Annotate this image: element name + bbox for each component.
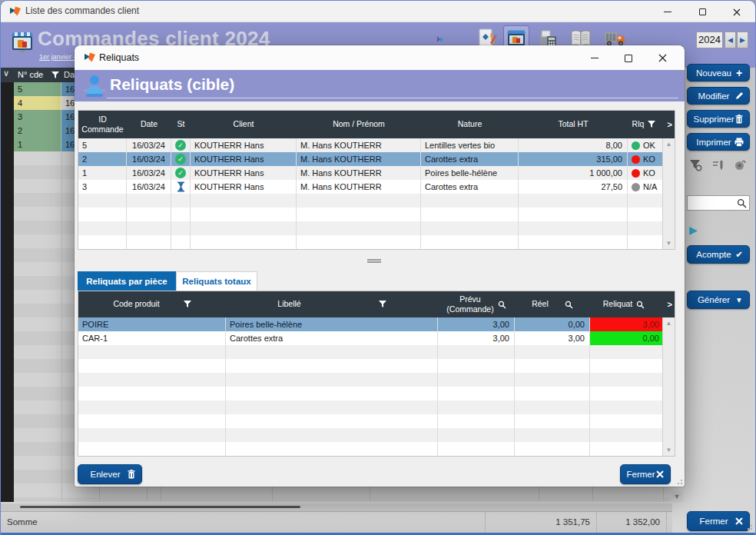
col-total-ht[interactable]: Total HT — [519, 119, 628, 129]
window-resize-grip[interactable] — [745, 523, 752, 530]
dialog-header-title: Reliquats (cible) — [110, 75, 234, 94]
dialog-title: Reliquats — [99, 52, 139, 63]
search-icon[interactable] — [565, 301, 573, 309]
col-reliquat[interactable]: Reliquat — [590, 299, 658, 309]
chevron-right-icon[interactable]: > — [668, 120, 672, 129]
cell-rlq: KO — [643, 155, 655, 164]
tab-reliquats-par-piece[interactable]: Reliquats par pièce — [78, 271, 176, 291]
filter-icon[interactable] — [184, 301, 191, 308]
col-code-produit[interactable]: Code produit — [78, 299, 226, 309]
col-prevu[interactable]: Prévu (Commande) — [438, 294, 515, 314]
tab-reliquats-totaux[interactable]: Reliquats totaux — [176, 271, 257, 291]
page-subtitle: 1er janvier - — [39, 53, 76, 61]
plus-icon: + — [734, 67, 744, 79]
trash-icon — [127, 470, 136, 479]
modifier-button[interactable]: Modifier — [687, 87, 750, 105]
acompte-button[interactable]: Acompte ✔ — [687, 245, 750, 264]
imprimer-button[interactable]: Imprimer — [687, 133, 750, 151]
detail-row[interactable]: CAR-1 Carottes extra 3,00 3,00 0,00 — [78, 331, 675, 345]
nouveau-button[interactable]: Nouveau + — [687, 64, 750, 81]
scroll-down-button[interactable]: ▼ — [671, 491, 683, 502]
year-next-button[interactable]: ▶ — [737, 32, 748, 48]
edit-list-icon[interactable] — [710, 157, 727, 174]
decorative-diamond-icon — [435, 35, 445, 45]
column-header-date[interactable]: Da — [64, 70, 75, 79]
dialog-resize-grip[interactable] — [675, 477, 682, 484]
cell-id: 2 — [78, 152, 127, 166]
horizontal-scrollbar-thumb[interactable] — [20, 506, 300, 508]
fermer-dialog-button[interactable]: Fermer — [620, 464, 671, 484]
search-icon[interactable] — [636, 301, 645, 309]
scroll-up-icon[interactable]: ▲ — [663, 320, 675, 327]
minimize-button[interactable] — [658, 5, 677, 18]
fermer-label: Fermer — [693, 517, 734, 526]
dialog-titlebar: Reliquats — [75, 45, 685, 70]
sum-label: Somme — [7, 517, 38, 527]
cell-date: 16/03/24 — [127, 166, 171, 180]
cell-id: 5 — [78, 138, 127, 152]
col-st[interactable]: St — [171, 119, 191, 129]
scroll-down-icon[interactable]: ▼ — [663, 240, 675, 247]
cell-code: POIRE — [78, 317, 226, 331]
col-id-commande[interactable]: ID Commande — [78, 115, 127, 135]
dialog-close-button[interactable] — [652, 52, 672, 65]
col-date[interactable]: Date — [127, 119, 171, 129]
order-row[interactable]: 1 16/03/24 ✓ KOUTHERR Hans M. Hans KOUTH… — [78, 166, 675, 180]
pencil-icon — [734, 91, 744, 100]
orders-table-scrollbar[interactable]: ▲ ▼ — [662, 138, 675, 249]
cell-code: CAR-1 — [78, 331, 226, 345]
shop-banner-icon — [10, 30, 35, 55]
cell-rlq: KO — [643, 168, 655, 178]
chevron-down-icon[interactable]: ∨ — [3, 68, 9, 78]
order-number: 2 — [14, 124, 61, 138]
col-rlq-label: Rlq — [632, 119, 645, 129]
alarm-bell-icon[interactable] — [731, 157, 748, 174]
col-client[interactable]: Client — [191, 119, 297, 129]
generer-button[interactable]: Générer ▾ — [687, 291, 750, 309]
search-icon[interactable] — [737, 198, 747, 208]
cell-total: 315,00 — [519, 152, 628, 166]
supprimer-button[interactable]: Supprimer — [687, 110, 750, 128]
splitter-handle[interactable] — [367, 258, 381, 264]
column-header-num[interactable]: N° cde — [18, 70, 43, 79]
order-row[interactable]: 3 16/03/24 KOUTHERR Hans M. Hans KOUTHER… — [78, 180, 675, 194]
cell-nature: Carottes extra — [421, 152, 519, 166]
order-row[interactable]: 5 16/03/24 ✓ KOUTHERR Hans M. Hans KOUTH… — [78, 138, 675, 152]
enlever-button[interactable]: Enlever — [78, 464, 142, 484]
col-nature[interactable]: Nature — [421, 119, 519, 129]
filter-icon[interactable] — [648, 121, 655, 128]
details-table-scrollbar[interactable]: ▲ ▼ — [662, 317, 675, 456]
detail-row-selected[interactable]: POIRE Poires belle-hélène 3,00 0,00 3,00 — [78, 317, 675, 331]
cell-reel: 0,00 — [515, 317, 590, 331]
col-nom-prenom[interactable]: Nom / Prénom — [297, 119, 421, 129]
order-row-selected[interactable]: 2 16/03/24 ✓ KOUTHERR Hans M. Hans KOUTH… — [78, 152, 675, 166]
filter-icon[interactable] — [379, 301, 386, 308]
generer-label: Générer — [693, 295, 734, 304]
filter-advanced-icon[interactable] — [688, 157, 705, 174]
chevron-right-icon[interactable]: > — [668, 300, 672, 309]
col-rlq[interactable]: Rlq — [628, 119, 660, 129]
dialog-minimize-button[interactable] — [585, 52, 605, 65]
cell-date: 16/03/24 — [127, 138, 171, 152]
year-prev-button[interactable]: ◀ — [724, 32, 736, 48]
scroll-down-icon[interactable]: ▼ — [663, 447, 675, 454]
col-reel[interactable]: Réel — [515, 299, 590, 309]
year-field[interactable]: 2024 — [696, 32, 723, 48]
hourglass-icon — [177, 181, 185, 192]
order-number: 3 — [14, 110, 61, 124]
cell-date: 16/03/24 — [127, 152, 171, 166]
window-titlebar: Liste des commandes client — [1, 1, 755, 22]
close-button[interactable] — [728, 5, 746, 18]
search-icon[interactable] — [498, 301, 506, 309]
search-input[interactable] — [689, 197, 735, 209]
maximize-button[interactable] — [693, 5, 711, 18]
order-number: 1 — [14, 138, 61, 151]
col-libelle[interactable]: Libellé — [226, 299, 438, 309]
trash-icon — [734, 115, 744, 124]
scroll-up-icon[interactable]: ▲ — [663, 141, 675, 148]
filter-icon[interactable] — [51, 71, 59, 79]
fermer-main-button[interactable]: Fermer — [687, 511, 750, 531]
play-icon[interactable]: ▶ — [689, 224, 698, 236]
cell-status — [171, 180, 191, 194]
dialog-maximize-button[interactable] — [618, 52, 638, 65]
